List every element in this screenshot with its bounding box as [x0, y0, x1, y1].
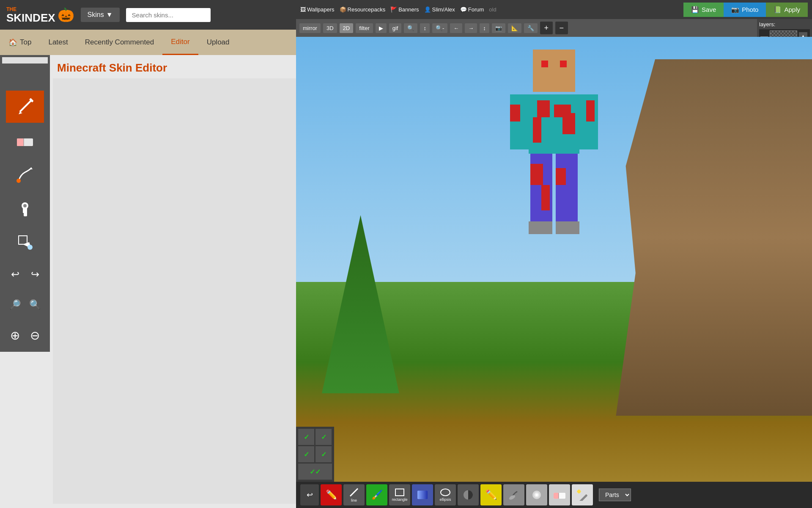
bottom-erase-btn[interactable]: [549, 484, 570, 505]
nav-wallpapers[interactable]: 🖼 Wallpapers: [300, 6, 335, 13]
zoom-in-icon: 🔎: [9, 299, 21, 310]
svg-rect-152: [533, 117, 541, 143]
svg-rect-164: [556, 221, 579, 234]
filter-btn[interactable]: filter: [356, 23, 373, 33]
bottom-rect-btn[interactable]: rectangle: [389, 484, 410, 505]
bottom-blur-btn[interactable]: [526, 484, 547, 505]
tab-latest[interactable]: Latest: [40, 30, 76, 55]
preview-background: [296, 37, 812, 483]
top-nav-right: 🖼 Wallpapers 📦 Resourcepacks 🚩 Banners 👤…: [296, 0, 812, 19]
svg-rect-162: [541, 185, 550, 210]
bottom-line-btn[interactable]: line: [343, 484, 365, 505]
bottom-pencil-btn[interactable]: ✏️: [321, 484, 342, 505]
bottom-yellow-pencil-btn[interactable]: ✏️: [480, 484, 502, 505]
header-left: THE SKINDEX 🎃 Skins ▼: [0, 0, 296, 30]
photo-btn2[interactable]: 📷: [492, 23, 505, 33]
skins-dropdown[interactable]: Skins ▼: [81, 8, 120, 22]
tab-upload[interactable]: Upload: [198, 30, 238, 55]
nav-resourcepacks[interactable]: 📦 Resourcepacks: [340, 6, 386, 13]
add-btn[interactable]: ⊕: [6, 321, 24, 350]
bottom-undo-icon: ↩: [307, 490, 313, 500]
3d-btn[interactable]: 3D: [323, 23, 337, 33]
pencil-tool[interactable]: [6, 91, 44, 123]
slim-alex-icon: 👤: [424, 6, 431, 13]
search-input[interactable]: [126, 8, 211, 22]
nav-banners[interactable]: 🚩 Banners: [390, 6, 419, 13]
bottom-wand-btn[interactable]: [572, 484, 593, 505]
tool-panel: ↩ ↪ 🔎 🔍 ⊕ ⊖: [0, 55, 50, 352]
add-icon: ⊕: [10, 329, 20, 342]
svg-point-10: [23, 204, 27, 207]
svg-point-178: [577, 490, 581, 493]
tab-top[interactable]: 🏠 Top: [0, 30, 40, 55]
eraser-tool[interactable]: [6, 124, 44, 157]
subtract-btn[interactable]: ⊖: [26, 321, 44, 350]
erase2-icon: [553, 490, 566, 500]
pencil-icon: [16, 98, 33, 115]
bottom-darken-btn[interactable]: [458, 484, 479, 505]
apply-button[interactable]: 📗 Apply: [766, 3, 808, 17]
bottom-ellipse-btn[interactable]: ellipsis: [435, 484, 456, 505]
zoom-row: 🔎 🔍: [6, 290, 44, 319]
tab-editor[interactable]: Editor: [162, 30, 198, 55]
color-replace-tool[interactable]: [6, 158, 44, 190]
camera-icon: 📷: [731, 6, 739, 14]
check-item-1[interactable]: ✓: [298, 429, 314, 445]
save-button[interactable]: 💾 Save: [683, 3, 724, 17]
parts-select[interactable]: Parts Head Body Arms Legs: [599, 489, 631, 501]
zoom-out-tool[interactable]: 🔍: [26, 290, 44, 319]
save-label: Save: [702, 6, 716, 13]
smudge-icon: [508, 489, 520, 501]
fill-icon: [16, 234, 33, 251]
zoom-in-tool[interactable]: 🔎: [6, 290, 24, 319]
nav-forum[interactable]: 💬 Forum: [460, 6, 484, 13]
rectangle-icon: [395, 488, 405, 497]
line-icon: [349, 487, 359, 497]
svg-rect-161: [556, 168, 566, 185]
bottom-smudge-btn[interactable]: [503, 484, 524, 505]
settings-btn[interactable]: 🔧: [524, 23, 538, 33]
left-btn[interactable]: ←: [450, 23, 462, 33]
nav-slim-alex[interactable]: 👤 Slim/Alex: [424, 6, 455, 13]
gif-btn[interactable]: gif: [389, 23, 402, 33]
tab-recently-commented[interactable]: Recently Commented: [77, 30, 162, 55]
2d-btn[interactable]: 2D: [340, 23, 354, 33]
grid-btn[interactable]: 📐: [508, 23, 521, 33]
plus-btn[interactable]: +: [540, 22, 553, 34]
eyedropper-tool[interactable]: [6, 192, 44, 224]
subtract-icon: ⊖: [30, 329, 40, 342]
svg-point-168: [441, 489, 450, 496]
bottom-gradient-btn[interactable]: [412, 484, 433, 505]
undo-btn[interactable]: ↩: [6, 260, 24, 289]
check-item-5[interactable]: ✓✓: [298, 464, 332, 480]
flip-btn[interactable]: ↕: [420, 23, 430, 33]
zoom-out-btn[interactable]: 🔍-: [432, 23, 447, 33]
save-icon: 💾: [691, 6, 699, 14]
eyedropper-icon: [19, 199, 31, 217]
photo-button[interactable]: 📷 Photo: [724, 3, 766, 17]
bottom-pencil-icon: ✏️: [326, 489, 337, 500]
fill-tool[interactable]: [6, 226, 44, 258]
bottom-undo-btn[interactable]: ↩: [300, 484, 319, 505]
gradient-icon: [417, 489, 428, 501]
bottom-brush-btn[interactable]: 🖌️: [366, 484, 387, 505]
character-preview-svg: [495, 45, 613, 291]
play-btn[interactable]: ▶: [376, 23, 387, 33]
svg-rect-4: [17, 138, 24, 146]
right-btn[interactable]: →: [465, 23, 477, 33]
svg-rect-177: [579, 494, 588, 501]
check-item-3[interactable]: ✓: [298, 446, 314, 462]
check-item-2[interactable]: ✓: [315, 429, 332, 445]
chevron-down-icon: ▼: [106, 11, 113, 19]
scroll-btn[interactable]: ↕: [480, 23, 489, 33]
redo-btn[interactable]: ↪: [26, 260, 44, 289]
wallpapers-icon: 🖼: [300, 6, 306, 13]
logo-skindex: SKINDEX: [6, 12, 55, 23]
wand-icon: [576, 489, 588, 501]
check-item-4[interactable]: ✓: [315, 446, 332, 462]
mirror-btn[interactable]: mirror: [299, 23, 321, 33]
minus-btn[interactable]: −: [555, 22, 568, 34]
svg-rect-148: [560, 61, 567, 67]
photo-label: Photo: [742, 6, 758, 13]
zoom-in-btn[interactable]: 🔍: [404, 23, 417, 33]
